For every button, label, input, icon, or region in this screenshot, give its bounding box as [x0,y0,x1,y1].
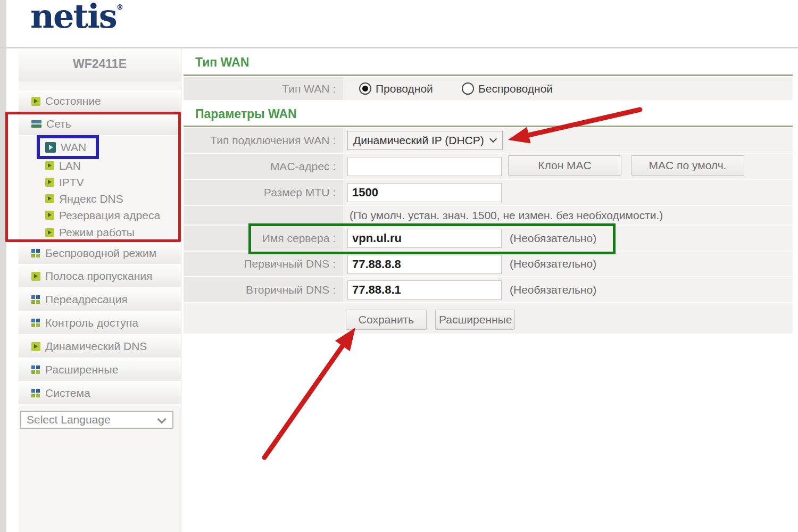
chevron-down-icon [489,135,497,143]
save-button[interactable]: Сохранить [346,310,427,330]
radio-selected-icon[interactable] [359,82,371,95]
annotation-arrow-to-save-button [264,328,355,458]
mac-address-row: MAC-адрес : Клон MAC MAC по умолч. [184,154,793,180]
sidebar-item-network[interactable]: Сеть [19,113,181,136]
sidebar-item-yandex-dns[interactable]: Яндекс DNS [19,190,181,207]
server-name-note: (Необязательно) [510,226,596,251]
connection-type-row: Тип подключения WAN : Динамический IP (D… [184,128,793,154]
server-name-label: Имя сервера : [262,226,336,251]
radio-unselected-icon[interactable] [462,82,474,95]
advanced-button[interactable]: Расширенные [435,310,515,330]
sidebar-item-address-reservation[interactable]: Резервация адреса [19,207,181,223]
sidebar-item-label: Яндекс DNS [59,193,123,205]
wan-active-icon [45,142,56,153]
sidebar-item-forwarding[interactable]: Переадресация [19,288,181,312]
mac-address-input[interactable] [347,157,502,176]
connection-type-label-cell: Тип подключения WAN : [184,128,343,154]
bandwidth-icon [31,272,40,281]
radio-label: Беспроводной [478,82,553,95]
language-select[interactable]: Select Language [20,411,173,429]
sidebar-item-bandwidth[interactable]: Полоса пропускания [19,265,181,288]
primary-dns-input[interactable] [347,255,502,274]
section-title-wan-params: Параметры WAN [195,107,297,121]
left-edge-strip [0,0,6,532]
primary-dns-note: (Необязательно) [510,252,596,276]
mtu-input[interactable] [347,183,502,202]
sidebar-item-label: Состояние [45,95,101,107]
primary-dns-value-cell: (Необязательно) [343,252,793,277]
router-admin-page: netis® WF2411E Состояние Сеть WAN LAN IP… [0,0,798,532]
sidebar-item-lan[interactable]: LAN [19,157,181,174]
wan-connection-type-select[interactable]: Динамический IP (DHCP) [347,131,503,150]
wan-type-row: Тип WAN : Проводной Беспроводной [184,77,793,101]
sidebar-item-label: Динамический DNS [45,340,147,353]
wan-connection-type-value: Динамический IP (DHCP) [353,134,484,146]
primary-dns-label-cell: Первичный DNS : [184,252,343,277]
mtu-label: Размер MTU : [264,180,336,205]
secondary-dns-note: (Необязательно) [510,277,596,302]
sidebar-item-system[interactable]: Система [19,382,181,405]
section-rule [184,126,793,127]
server-name-value-cell: (Необязательно) [343,226,793,252]
sidebar-item-label: Контроль доступа [45,317,138,329]
sidebar-item-access-control[interactable]: Контроль доступа [19,312,181,335]
mac-value-cell: Клон MAC MAC по умолч. [343,154,793,180]
sidebar-item-label: Резервация адреса [59,209,160,222]
netis-logo: netis® [30,0,123,36]
mtu-note: (По умолч. устан. знач. 1500, не измен. … [350,206,663,225]
secondary-dns-row: Вторичный DNS : (Необязательно) [184,277,793,303]
wan-type-label-cell: Тип WAN : [184,77,343,101]
lan-icon [45,161,54,170]
sidebar-item-label: WAN [61,141,86,154]
section-rule [184,74,793,76]
sidebar-item-wireless[interactable]: Беспроводной режим [19,243,181,265]
sidebar-item-label: Расширенные [45,363,118,376]
mtu-label-cell: Размер MTU : [184,180,343,206]
radio-option-wired[interactable]: Проводной [359,77,433,100]
connection-type-value-cell: Динамический IP (DHCP) [343,128,793,154]
logo-text: netis [30,0,117,36]
primary-dns-label: Первичный DNS : [244,252,336,276]
top-header: netis® [6,0,798,47]
status-icon [31,97,40,106]
connection-type-label: Тип подключения WAN : [210,128,336,153]
advanced-icon [31,365,40,375]
language-select-value: Select Language [27,413,111,426]
iptv-icon [45,178,54,187]
clone-mac-button[interactable]: Клон MAC [508,155,621,176]
sidebar-item-label: Беспроводной режим [45,247,156,260]
sidebar-item-dynamic-dns[interactable]: Динамический DNS [19,335,181,359]
mtu-note-row: (По умолч. устан. знач. 1500, не измен. … [184,206,793,226]
sidebar-item-advanced[interactable]: Расширенные [19,359,181,382]
mtu-row: Размер MTU : [184,180,793,206]
mtu-note-label-cell [184,206,343,226]
sidebar-item-operation-mode[interactable]: Режим работы [19,223,181,242]
address-reservation-icon [45,211,54,220]
wan-type-value-cell: Проводной Беспроводной [343,77,793,101]
radio-option-wireless[interactable]: Беспроводной [462,77,553,100]
radio-label: Проводной [376,82,433,95]
secondary-dns-input[interactable] [347,280,502,300]
secondary-dns-label: Вторичный DNS : [246,277,336,302]
server-name-input[interactable] [347,229,502,248]
model-name: WF2411E [19,48,181,81]
forwarding-icon [31,295,40,304]
network-group-icon [31,120,41,128]
sidebar-item-wan[interactable]: WAN [19,137,181,157]
section-title-wan-type: Тип WAN [195,55,249,70]
mtu-note-cell: (По умолч. устан. знач. 1500, не измен. … [343,206,793,226]
default-mac-button[interactable]: MAC по умолч. [631,155,744,176]
wireless-icon [31,249,40,258]
primary-dns-row: Первичный DNS : (Необязательно) [184,252,793,277]
wan-type-label: Тип WAN : [282,77,336,100]
sidebar-item-iptv[interactable]: IPTV [19,174,181,190]
sidebar-item-label: IPTV [59,176,84,189]
sidebar-item-status[interactable]: Состояние [19,90,181,113]
chevron-down-icon [157,415,167,424]
secondary-dns-label-cell: Вторичный DNS : [184,277,343,303]
mac-label: MAC-адрес : [270,154,336,179]
mac-label-cell: MAC-адрес : [184,154,343,180]
operation-mode-icon [45,228,54,237]
buttons-row: Сохранить Расширенные [184,303,793,334]
dynamic-dns-icon [31,342,40,351]
